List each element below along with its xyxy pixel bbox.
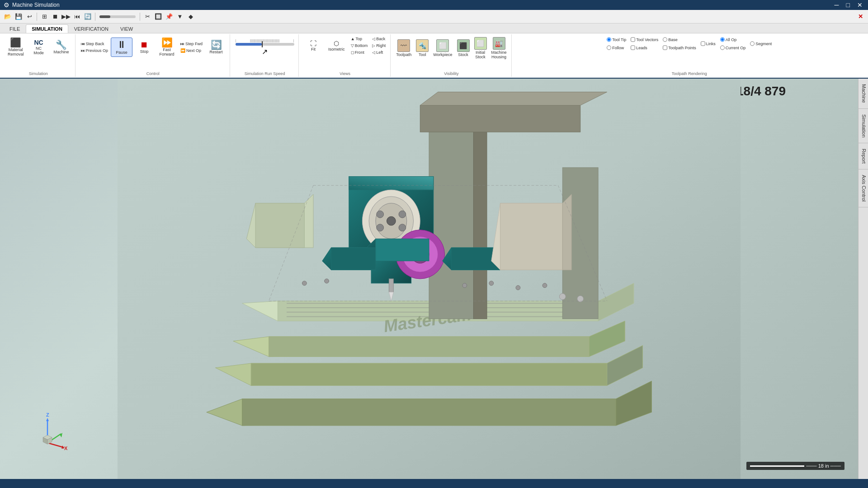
refresh-button[interactable]: 🔄 — [83, 12, 93, 22]
follow-radio[interactable] — [607, 45, 611, 51]
svg-marker-2 — [242, 399, 616, 426]
nc-mode-button[interactable]: NC NCMode — [28, 37, 50, 57]
speed-slider-container[interactable]: | |||||||||||||||||||||||||||||||||||| | — [236, 39, 294, 46]
save-button[interactable]: 💾 — [14, 12, 24, 22]
title-bar-left: ⚙ Machine Simulation — [4, 1, 60, 9]
step-back-icon: ⏮ — [81, 42, 85, 46]
sidebar-tab-simulation[interactable]: Simulation — [859, 109, 868, 143]
all-op-button[interactable]: All Op — [718, 36, 748, 43]
current-op-button[interactable]: Current Op — [718, 44, 748, 52]
svg-point-54 — [542, 283, 547, 288]
svg-marker-45 — [500, 203, 563, 270]
material-removal-label: MaterialRemoval — [8, 47, 24, 56]
open-button[interactable]: 📂 — [3, 12, 13, 22]
tool-tip-radio[interactable] — [607, 37, 611, 42]
minimize-button[interactable]: ─ — [833, 1, 841, 9]
cut-button[interactable]: ✂ — [142, 12, 152, 22]
panels-button[interactable]: ⊞ — [39, 12, 49, 22]
speed-min: | — [236, 39, 236, 42]
machine-label: Machine — [54, 50, 69, 54]
svg-point-49 — [302, 281, 307, 286]
step-back-qt[interactable]: ⏮ — [72, 12, 82, 22]
tool-vectors-check[interactable] — [631, 37, 635, 42]
back-icon: ◁ — [372, 37, 375, 41]
tool-vectors-button[interactable]: Tool Vectors — [629, 36, 660, 43]
previous-op-button[interactable]: ⏭ Previous Op — [79, 47, 110, 54]
tab-simulation[interactable]: SIMULATION — [26, 24, 68, 33]
svg-point-55 — [559, 293, 566, 300]
close-button[interactable]: ✕ — [855, 1, 864, 9]
fit-button[interactable]: ⛶ Fit — [302, 38, 324, 54]
close-toolbar-button[interactable]: ✕ — [855, 12, 865, 22]
machine-button[interactable]: 🔧 Machine — [51, 38, 72, 56]
speed-thumb[interactable] — [262, 41, 263, 47]
pause-button[interactable]: ⏸ Pause — [111, 38, 132, 57]
base-button[interactable]: Base — [661, 36, 698, 43]
links-check[interactable] — [701, 41, 705, 47]
stock-vis-button[interactable]: ⬛ Stock — [455, 38, 472, 58]
speed-track[interactable] — [236, 43, 294, 46]
tab-file[interactable]: FILE — [4, 24, 26, 33]
bottom-button[interactable]: ▽ Bottom — [349, 42, 370, 49]
maximize-button[interactable]: □ — [844, 1, 852, 9]
toolpath-col1: Tool Tip Follow — [605, 36, 628, 52]
sidebar-tab-machine[interactable]: Machine — [859, 79, 868, 109]
front-icon: ◻ — [351, 50, 354, 55]
control-top-row: ⏮ Step Back ⏭ Previous Op ⏸ Pause ⏹ Stop… — [79, 35, 227, 59]
extra-button[interactable]: ◆ — [186, 12, 196, 22]
follow-button[interactable]: Follow — [605, 44, 628, 52]
right-button[interactable]: ▷ Right — [370, 42, 387, 49]
tab-view[interactable]: VIEW — [114, 24, 139, 33]
viewport[interactable]: NC 818/4 879 — [0, 79, 858, 479]
links-button[interactable]: Links — [699, 40, 717, 47]
tool-vis-button[interactable]: 🔩 Tool — [414, 38, 430, 58]
all-op-radio[interactable] — [720, 37, 725, 42]
stop-button[interactable]: ⏹ Stop — [133, 38, 155, 56]
initial-stock-vis-button[interactable]: ⬜ InitialStock — [472, 36, 489, 61]
current-op-radio[interactable] — [720, 45, 725, 51]
tool-tip-button[interactable]: Tool Tip — [605, 36, 628, 43]
workpiece-vis-button[interactable]: ⬜ Workpiece — [431, 38, 454, 58]
leads-check[interactable] — [631, 45, 635, 51]
segment-radio[interactable] — [750, 41, 755, 47]
stop-qt-button[interactable]: ⏹ — [50, 12, 60, 22]
leads-button[interactable]: Leads — [629, 44, 660, 52]
machine-3d-view: Mastercam — [0, 79, 858, 479]
svg-point-50 — [325, 279, 329, 283]
base-radio[interactable] — [663, 37, 667, 42]
undo-button[interactable]: ↩ — [24, 12, 34, 22]
toolpath-points-check[interactable] — [663, 45, 667, 51]
fast-forward-button[interactable]: ⏩ FastForward — [156, 36, 178, 59]
material-removal-button[interactable]: ⬛ MaterialRemoval — [5, 36, 27, 59]
sidebar-tab-report[interactable]: Report — [859, 143, 868, 169]
restart-button[interactable]: 🔄 Restart — [205, 38, 227, 56]
segment-button[interactable]: Segment — [748, 40, 774, 47]
toolpath-col2: Tool Vectors Leads — [629, 36, 660, 52]
speed-slider-qt[interactable] — [99, 15, 136, 18]
tab-verification[interactable]: VERIFICATION — [68, 24, 114, 33]
back-button[interactable]: ◁ Back — [370, 36, 387, 42]
previous-op-label: Previous Op — [86, 48, 108, 53]
toolpath-rendering-group: Tool Tip Follow Tool Vectors Leads — [513, 34, 866, 77]
left-button[interactable]: ◁ Left — [370, 49, 387, 56]
next-op-button[interactable]: ⏩ Next Op — [179, 47, 204, 54]
svg-point-52 — [489, 281, 494, 286]
step-back-button[interactable]: ⏮ Step Back — [79, 41, 110, 47]
toolpath-points-button[interactable]: Toolpath Points — [661, 44, 698, 52]
title-bar-controls[interactable]: ─ □ ✕ — [833, 1, 864, 9]
step-fwd-button[interactable]: ⏭ Step Fwd — [179, 41, 204, 47]
play-button[interactable]: ▶▶ — [61, 12, 71, 22]
top-button[interactable]: ▲ Top — [349, 36, 370, 42]
pin-button[interactable]: 📌 — [164, 12, 174, 22]
snap-button[interactable]: 🔲 — [153, 12, 163, 22]
toolpath-points-label: Toolpath Points — [668, 46, 696, 50]
toolpath-rendering-row1: Tool Tip Follow Tool Vectors Leads — [605, 35, 774, 52]
front-button[interactable]: ◻ Front — [349, 49, 370, 56]
more-button[interactable]: ▼ — [175, 12, 185, 22]
top-label: Top — [356, 37, 363, 41]
isometric-button[interactable]: ⬡ Isometric — [325, 38, 348, 54]
machine-housing-vis-button[interactable]: 🏭 MachineHousing — [490, 36, 509, 61]
pause-label: Pause — [116, 50, 127, 55]
toolpath-vis-button[interactable]: 〰 Toolpath — [394, 38, 413, 58]
sidebar-tab-axis-control[interactable]: Axis Control — [859, 169, 868, 207]
